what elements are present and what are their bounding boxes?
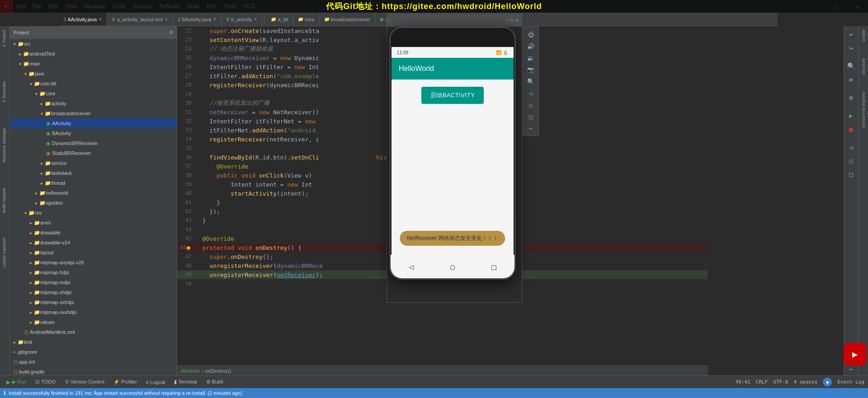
breadcrumb-ttit[interactable]: 📁 a_ttit	[266, 13, 293, 26]
back-nav-icon[interactable]: ◁	[409, 262, 414, 272]
logcat-button[interactable]: ≡ Logcat	[143, 376, 168, 389]
build-button[interactable]: ⚙ Build	[203, 376, 226, 389]
tree-item-androidtest[interactable]: ▸ 📁 androidTest	[10, 49, 177, 59]
undo-icon[interactable]: ↩	[845, 28, 858, 41]
tree-item-helloworld[interactable]: ▸ 📁 helloworld	[10, 188, 177, 198]
youtube-logo[interactable]: ▶	[844, 343, 866, 365]
tree-item-label: values	[40, 319, 55, 325]
tab-close-icon[interactable]: ✕	[165, 17, 168, 22]
tree-item-mipmap-xxhdpi[interactable]: ▸ 📁 mipmap-xxhdpi	[10, 297, 177, 307]
structure-panel-label[interactable]: Structure	[860, 55, 867, 79]
youtube-icon: ▶	[852, 349, 858, 360]
tree-item-values[interactable]: ▸ 📁 values	[10, 317, 177, 327]
run-debug-icon[interactable]: ▶	[845, 109, 858, 122]
tab-aactivity-java[interactable]: J AActivity.java ✕	[59, 13, 107, 26]
layout-captures-label[interactable]: Layout Captures	[0, 234, 8, 271]
tab-a-layout-xml[interactable]: X a_activity_layout.xml ✕	[107, 13, 173, 26]
tab-label: b_activity	[231, 17, 252, 22]
tree-item-label: build.gradle	[19, 369, 45, 375]
stop-icon[interactable]: ■	[845, 123, 858, 136]
tree-item-thread[interactable]: ▸ 📁 thread	[10, 178, 177, 188]
todo-button[interactable]: ☑ TODO	[33, 376, 58, 389]
favorites-panel-label[interactable]: 2: Favorites	[0, 78, 8, 106]
layers-icon[interactable]: □	[845, 168, 858, 181]
tree-item-res[interactable]: ▾ 📁 res	[10, 208, 177, 218]
terminal-button[interactable]: ▮ Terminal	[171, 376, 199, 389]
replace-icon[interactable]: ⇄	[845, 73, 858, 86]
phone-toast: NetReceiver:网络状态发生变化！！！	[400, 231, 505, 246]
tree-item-build-gradle[interactable]: ◻ build.gradle	[10, 367, 177, 375]
device-file-explorer-label[interactable]: Device File Explorer	[860, 88, 867, 131]
bookmark-2-icon[interactable]: ○	[845, 155, 858, 167]
tree-item-core[interactable]: ▾ 📁 core	[10, 89, 177, 98]
tree-item-label: mipmap-hdpi	[40, 270, 69, 275]
settings-icon[interactable]: ⚙	[845, 91, 858, 104]
tree-item-xgvideo[interactable]: ▸ 📁 xgvideo	[10, 198, 177, 208]
folder-icon: ▸	[30, 260, 32, 265]
tree-item-anim[interactable]: ▸ 📁 anim	[10, 218, 177, 228]
find-icon[interactable]: 🔍	[845, 60, 858, 72]
breadcrumb-core[interactable]: 📁 core	[293, 13, 319, 26]
tree-item-layout[interactable]: ▸ 📁 layout	[10, 248, 177, 258]
structure-panel-label[interactable]: Resource Manager	[0, 124, 8, 166]
build-variants-label[interactable]: Build Variants	[0, 184, 8, 216]
tab-bactivity-java[interactable]: J BActivity.java ✕	[173, 13, 222, 26]
tree-item-mipmap-hdpi[interactable]: ▸ 📁 mipmap-hdpi	[10, 267, 177, 277]
gradle-panel-label[interactable]: Gradle	[860, 26, 867, 46]
tree-item-app-iml[interactable]: ◻ app.iml	[10, 357, 177, 367]
tree-item-drawable-v24[interactable]: ▸ 📁 drawable-v24	[10, 238, 177, 248]
tree-item-java[interactable]: ▾ 📁 java	[10, 69, 177, 79]
tab-close-icon[interactable]: ✕	[254, 17, 257, 22]
tree-item-main[interactable]: ▾ 📁 main	[10, 59, 177, 69]
event-log-label[interactable]: Event Log	[837, 379, 864, 385]
profiler-button[interactable]: ⚡ Profiler	[111, 376, 140, 389]
line-code: protected void onDestroy() {	[195, 244, 302, 251]
project-header-icons[interactable]: ⚙	[169, 30, 173, 35]
overview-icon[interactable]: □	[525, 111, 536, 122]
recents-nav-icon[interactable]: □	[491, 262, 496, 272]
version-control-button[interactable]: ② Version Control	[62, 376, 107, 389]
volume-up-icon[interactable]: 🔊	[525, 41, 536, 52]
tree-item-androidmanifest[interactable]: ◻ AndroidManifest.xml	[10, 327, 177, 337]
tree-item-broadcastreceiver[interactable]: ▾ 📁 broadcastreceiver	[10, 108, 177, 118]
back-icon[interactable]: ◁	[525, 88, 536, 98]
power-icon[interactable]: ⏻	[525, 29, 536, 40]
breadcrumb-broadcastreceiver[interactable]: 📁 broadcastreceiver	[320, 13, 375, 26]
breadcrumb-ondestroy[interactable]: onDestroy()	[205, 368, 231, 374]
tree-item-mipmap-xxxhdpi[interactable]: ▸ 📁 mipmap-xxxhdpi	[10, 307, 177, 317]
tree-item-activity[interactable]: ▸ 📁 activity	[10, 98, 177, 108]
tree-item-mipmap-xhdpi[interactable]: ▸ 📁 mipmap-xhdpi	[10, 287, 177, 297]
redo-icon[interactable]: ↪	[845, 42, 858, 54]
tree-item-mipmap-mdpi[interactable]: ▸ 📁 mipmap-mdpi	[10, 277, 177, 287]
tab-close-icon[interactable]: ✕	[99, 17, 102, 22]
emulator-maximize-icon[interactable]: □	[511, 18, 514, 23]
tree-item-bactivity[interactable]: ◉ BActivity	[10, 128, 177, 138]
emulator-close-icon[interactable]: ✕	[515, 18, 518, 23]
more-icon[interactable]: ⋯	[525, 123, 536, 134]
volume-down-icon[interactable]: 🔉	[525, 52, 536, 63]
tree-item-test[interactable]: ▸ 📁 test	[10, 337, 177, 347]
tree-item-service[interactable]: ▸ 📁 service	[10, 158, 177, 168]
tree-item-staticbrreceiver[interactable]: ◉ StaticBRReceiver	[10, 148, 177, 158]
tree-item-com-ttit[interactable]: ▾ 📁 com.ttit	[10, 79, 177, 89]
camera-icon[interactable]: 📷	[525, 64, 536, 75]
phone-start-activity-button[interactable]: 启动BACTIVITY	[421, 87, 484, 104]
phone-app-bar: HelloWorld	[392, 58, 514, 80]
tree-item-mipmap-anydpi[interactable]: ▸ 📁 mipmap-anydpi-v26	[10, 258, 177, 267]
bookmark-icon[interactable]: ◁	[845, 141, 858, 154]
tree-item-taskstack[interactable]: ▸ 📁 taskstack	[10, 168, 177, 178]
run-button[interactable]: ▶ ▶ Run	[4, 376, 29, 389]
tab-b-activity[interactable]: X b_activity ✕	[222, 13, 262, 26]
tree-item-aactivity[interactable]: ◉ AActivity	[10, 118, 177, 128]
tree-item-src[interactable]: ▾ 📁 src	[10, 39, 177, 49]
home-icon[interactable]: ○	[525, 99, 536, 110]
home-nav-icon[interactable]: ○	[450, 262, 455, 272]
project-panel-label[interactable]: 1: Project	[0, 26, 8, 51]
tree-item-dynamicbrreceiver[interactable]: ◉ DynamicBRReceiver	[10, 138, 177, 148]
breadcrumb-aactivity[interactable]: AActivity	[181, 368, 200, 374]
tree-icon-folder: 📁	[28, 71, 35, 77]
zoom-in-icon[interactable]: 🔍	[525, 76, 536, 87]
tree-item-drawable[interactable]: ▸ 📁 drawable	[10, 228, 177, 238]
tab-close-icon[interactable]: ✕	[213, 17, 217, 22]
tree-item-gitignore[interactable]: • .gitignore	[10, 347, 177, 357]
